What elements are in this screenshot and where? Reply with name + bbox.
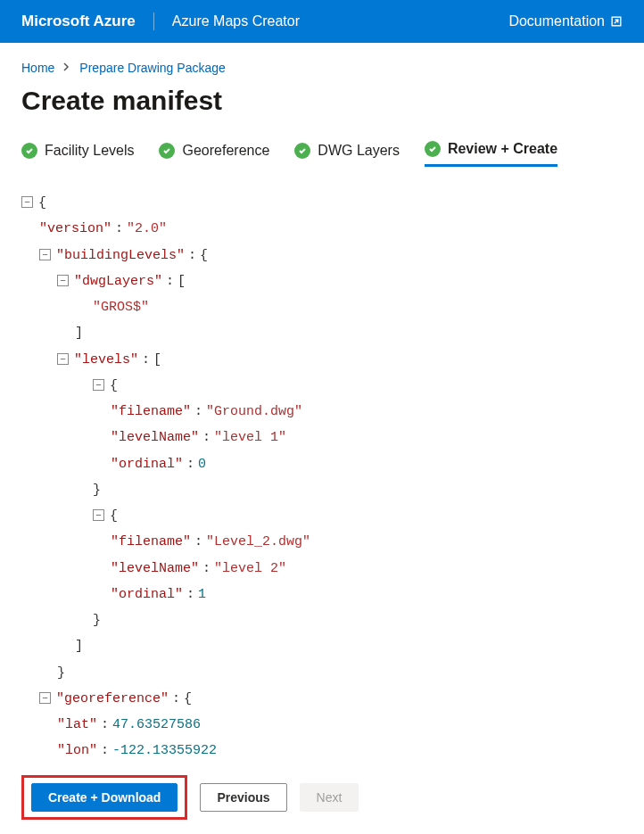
- json-number: 1: [198, 587, 206, 602]
- collapse-toggle[interactable]: −: [39, 249, 51, 260]
- app-header: Microsoft Azure Azure Maps Creator Docum…: [0, 0, 644, 43]
- step-label: DWG Layers: [318, 143, 400, 159]
- manifest-json-viewer: −{ "version":"2.0" −"buildingLevels":{ −…: [21, 190, 623, 764]
- json-number: 47.63527586: [112, 717, 201, 732]
- breadcrumb: Home Prepare Drawing Package: [21, 61, 623, 75]
- breadcrumb-home[interactable]: Home: [21, 61, 54, 75]
- json-number: 0: [198, 457, 206, 472]
- step-label: Review + Create: [448, 141, 557, 157]
- check-icon: [425, 141, 441, 157]
- json-key: "levels": [74, 352, 138, 367]
- json-key: "georeference": [56, 691, 169, 706]
- step-review-create[interactable]: Review + Create: [425, 141, 557, 167]
- json-key: "levelName": [111, 430, 199, 445]
- page-title: Create manifest: [21, 86, 623, 116]
- json-key: "ordinal": [111, 457, 183, 472]
- create-download-button[interactable]: Create + Download: [31, 783, 178, 812]
- json-string: "Level_2.dwg": [206, 534, 310, 549]
- step-label: Facility Levels: [45, 143, 134, 159]
- product-name: Azure Maps Creator: [154, 13, 300, 29]
- collapse-toggle[interactable]: −: [57, 275, 69, 286]
- collapse-toggle[interactable]: −: [57, 353, 69, 365]
- highlight-box: Create + Download: [21, 775, 187, 820]
- json-string: "Ground.dwg": [206, 404, 302, 419]
- wizard-footer: Create + Download Previous Next: [0, 764, 644, 835]
- json-key: "lat": [57, 717, 97, 732]
- check-icon: [159, 143, 175, 159]
- external-link-icon: [610, 15, 623, 28]
- json-string: "level 1": [214, 430, 286, 445]
- step-dwg-layers[interactable]: DWG Layers: [294, 143, 400, 166]
- json-number: -122.13355922: [112, 743, 217, 758]
- json-string: "GROS$": [93, 300, 149, 315]
- wizard-steps: Facility Levels Georeference DWG Layers …: [21, 141, 623, 167]
- documentation-link[interactable]: Documentation: [508, 13, 623, 29]
- collapse-toggle[interactable]: −: [21, 196, 33, 208]
- documentation-label: Documentation: [508, 13, 605, 29]
- check-icon: [21, 143, 37, 159]
- step-facility-levels[interactable]: Facility Levels: [21, 143, 134, 166]
- json-key: "lon": [57, 743, 97, 758]
- collapse-toggle[interactable]: −: [39, 692, 51, 704]
- previous-button[interactable]: Previous: [200, 783, 286, 812]
- json-key: "filename": [111, 404, 191, 419]
- collapse-toggle[interactable]: −: [93, 509, 104, 521]
- collapse-toggle[interactable]: −: [93, 379, 104, 391]
- json-key: "buildingLevels": [56, 248, 185, 263]
- json-key: "dwgLayers": [74, 274, 162, 289]
- breadcrumb-page[interactable]: Prepare Drawing Package: [79, 61, 225, 75]
- chevron-right-icon: [63, 62, 70, 74]
- json-key: "version": [39, 221, 111, 236]
- json-string: "level 2": [214, 561, 286, 576]
- step-label: Georeference: [182, 143, 269, 159]
- check-icon: [294, 143, 310, 159]
- json-key: "levelName": [111, 561, 199, 576]
- json-key: "filename": [111, 534, 191, 549]
- json-string: "2.0": [127, 221, 167, 236]
- next-button: Next: [300, 783, 359, 812]
- step-georeference[interactable]: Georeference: [159, 143, 269, 166]
- brand: Microsoft Azure: [21, 12, 154, 30]
- json-key: "ordinal": [111, 587, 183, 602]
